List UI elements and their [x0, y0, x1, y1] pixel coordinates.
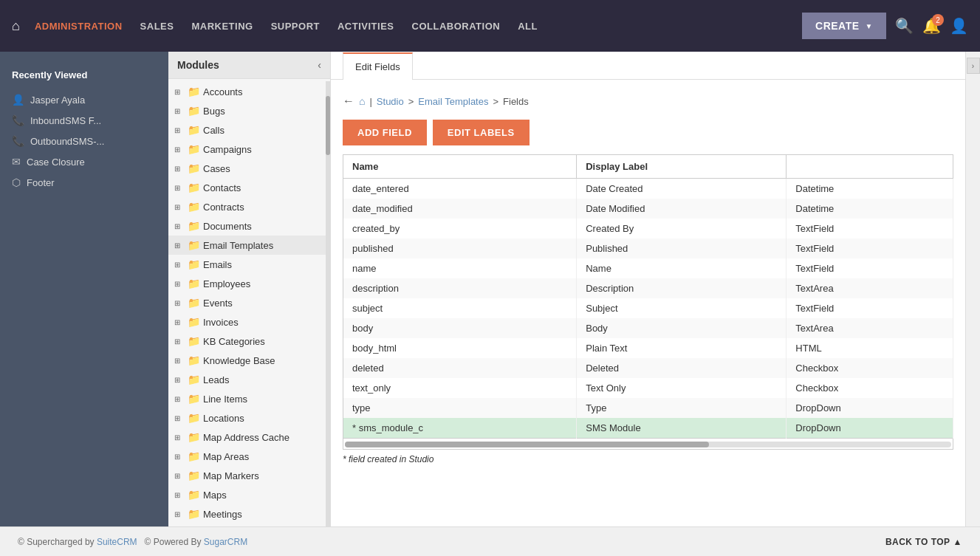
suitecrm-link[interactable]: SuiteCRM: [97, 537, 137, 547]
module-item-emails[interactable]: ⊞ 📁 Emails: [168, 255, 330, 274]
sidebar-item-label: Jasper Ayala: [30, 95, 85, 106]
profile-button[interactable]: 👤: [950, 17, 968, 35]
module-item-bugs[interactable]: ⊞ 📁 Bugs: [168, 101, 330, 120]
field-name: date_entered: [343, 179, 577, 199]
table-row[interactable]: publishedPublishedTextField: [343, 238, 953, 258]
back-to-top-button[interactable]: BACK TO TOP ▲: [885, 537, 962, 547]
module-item-leads[interactable]: ⊞ 📁 Leads: [168, 370, 330, 389]
table-row[interactable]: subjectSubjectTextField: [343, 298, 953, 318]
sidebar-item-label: InboundSMS F...: [30, 115, 101, 126]
module-item-knowledge-base[interactable]: ⊞ 📁 Knowledge Base: [168, 351, 330, 370]
field-name: description: [343, 278, 577, 298]
module-item-events[interactable]: ⊞ 📁 Events: [168, 293, 330, 312]
folder-icon: 📁: [188, 239, 200, 251]
module-item-contracts[interactable]: ⊞ 📁 Contracts: [168, 197, 330, 216]
sugarcrm-link[interactable]: SugarCRM: [204, 537, 247, 547]
table-row[interactable]: nameNameTextField: [343, 258, 953, 278]
folder-icon: 📁: [188, 258, 200, 270]
edit-labels-button[interactable]: EDIT LABELS: [433, 120, 530, 145]
table-row[interactable]: typeTypeDropDown: [343, 398, 953, 418]
table-row[interactable]: date_modifiedDate ModifiedDatetime: [343, 199, 953, 219]
module-item-accounts[interactable]: ⊞ 📁 Accounts: [168, 82, 330, 101]
field-display-label: Created By: [577, 219, 787, 238]
sidebar-item-outboundsms[interactable]: 📞 OutboundSMS-...: [0, 131, 168, 151]
field-name: * sms_module_c: [343, 418, 577, 439]
breadcrumb-arrow2: >: [493, 96, 498, 107]
table-row[interactable]: created_byCreated ByTextField: [343, 219, 953, 238]
field-type: Checkbox: [787, 378, 953, 398]
module-item-documents[interactable]: ⊞ 📁 Documents: [168, 216, 330, 236]
field-display-label: Name: [577, 258, 787, 278]
add-field-button[interactable]: ADD FIELD: [343, 120, 427, 145]
field-name: date_modified: [343, 199, 577, 219]
table-scrollbar[interactable]: [345, 442, 951, 447]
expand-icon: ⊞: [174, 184, 185, 192]
module-item-map-address-cache[interactable]: ⊞ 📁 Map Address Cache: [168, 428, 330, 447]
sidebar: Recently Viewed 👤 Jasper Ayala 📞 Inbound…: [0, 52, 168, 526]
module-item-map-markers[interactable]: ⊞ 📁 Map Markers: [168, 466, 330, 485]
table-row[interactable]: text_onlyText OnlyCheckbox: [343, 378, 953, 398]
collapse-modules-button[interactable]: ‹: [318, 59, 321, 71]
sidebar-item-inboundsms[interactable]: 📞 InboundSMS F...: [0, 110, 168, 131]
field-note: * field created in Studio: [343, 454, 953, 464]
table-row[interactable]: body_htmlPlain TextHTML: [343, 338, 953, 358]
home-icon[interactable]: ⌂: [12, 18, 20, 34]
module-scrollbar[interactable]: [326, 81, 330, 526]
tab-edit-fields[interactable]: Edit Fields: [343, 52, 413, 80]
module-item-maps[interactable]: ⊞ 📁 Maps: [168, 485, 330, 504]
module-item-email-templates[interactable]: ⊞ 📁 Email Templates: [168, 236, 330, 255]
home-breadcrumb-icon[interactable]: ⌂: [359, 95, 365, 107]
create-button[interactable]: CREATE ▼: [802, 13, 886, 39]
module-item-cases[interactable]: ⊞ 📁 Cases: [168, 159, 330, 178]
module-item-campaigns[interactable]: ⊞ 📁 Campaigns: [168, 140, 330, 159]
field-type: TextField: [787, 219, 953, 238]
collapse-right-icon[interactable]: ›: [967, 58, 980, 74]
sidebar-item-case-closure[interactable]: ✉ Case Closure: [0, 151, 168, 172]
back-button[interactable]: ←: [343, 95, 354, 108]
nav-sales[interactable]: SALES: [140, 21, 174, 32]
nav-administration[interactable]: ADMINISTRATION: [35, 21, 123, 32]
table-row[interactable]: descriptionDescriptionTextArea: [343, 278, 953, 298]
col-name: Name: [343, 155, 577, 179]
module-item-contacts[interactable]: ⊞ 📁 Contacts: [168, 178, 330, 197]
module-item-line-items[interactable]: ⊞ 📁 Line Items: [168, 389, 330, 408]
back-to-top-label: BACK TO TOP: [885, 537, 950, 547]
nav-marketing[interactable]: MARKETING: [191, 21, 253, 32]
sidebar-item-jasper-ayala[interactable]: 👤 Jasper Ayala: [0, 89, 168, 110]
action-buttons: ADD FIELD EDIT LABELS: [343, 114, 953, 154]
module-label: Contacts: [203, 182, 241, 193]
nav-support[interactable]: SUPPORT: [271, 21, 320, 32]
nav-all[interactable]: ALL: [518, 21, 538, 32]
sidebar-item-label: Case Closure: [27, 157, 85, 168]
table-row[interactable]: date_enteredDate CreatedDatetime: [343, 179, 953, 199]
nav-activities[interactable]: ACTIVITIES: [337, 21, 394, 32]
field-name: text_only: [343, 378, 577, 398]
module-item-meetings[interactable]: ⊞ 📁 Meetings: [168, 504, 330, 524]
sidebar-item-footer[interactable]: ⬡ Footer: [0, 172, 168, 193]
module-item-invoices[interactable]: ⊞ 📁 Invoices: [168, 312, 330, 332]
right-panel-collapse[interactable]: ›: [965, 52, 980, 526]
module-item-employees[interactable]: ⊞ 📁 Employees: [168, 274, 330, 293]
module-label: Campaigns: [203, 144, 252, 155]
breadcrumb-module[interactable]: Email Templates: [418, 96, 488, 107]
notifications-button[interactable]: 🔔 2: [922, 17, 941, 35]
field-type: DropDown: [787, 398, 953, 418]
field-type: TextArea: [787, 318, 953, 338]
folder-icon: 📁: [188, 431, 200, 443]
module-item-kb-categories[interactable]: ⊞ 📁 KB Categories: [168, 332, 330, 351]
field-display-label: Date Created: [577, 179, 787, 199]
table-row[interactable]: deletedDeletedCheckbox: [343, 358, 953, 378]
table-row[interactable]: bodyBodyTextArea: [343, 318, 953, 338]
expand-icon: ⊞: [174, 433, 185, 442]
field-name: created_by: [343, 219, 577, 238]
field-type: DropDown: [787, 418, 953, 439]
module-item-locations[interactable]: ⊞ 📁 Locations: [168, 408, 330, 428]
table-row[interactable]: * sms_module_cSMS ModuleDropDown: [343, 418, 953, 439]
module-item-map-areas[interactable]: ⊞ 📁 Map Areas: [168, 447, 330, 466]
module-item-calls[interactable]: ⊞ 📁 Calls: [168, 120, 330, 140]
expand-icon: ⊞: [174, 376, 185, 384]
breadcrumb-studio[interactable]: Studio: [377, 96, 404, 107]
search-button[interactable]: 🔍: [895, 17, 914, 35]
folder-icon: 📁: [188, 508, 200, 520]
nav-collaboration[interactable]: COLLABORATION: [412, 21, 501, 32]
